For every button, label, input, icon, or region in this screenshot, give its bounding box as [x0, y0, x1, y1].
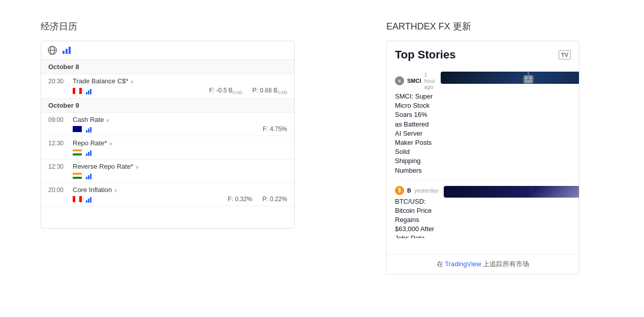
event-time: 12:30: [48, 140, 69, 147]
event-time: 20:00: [48, 186, 69, 194]
calendar-header: [41, 41, 294, 60]
event-cash-rate: 09:00 Cash Rate ∨: [41, 113, 294, 136]
event-trade-balance: 20:30 Trade Balance C$* ∨: [41, 74, 294, 99]
bar-icon-small: [86, 172, 91, 179]
date-header-oct8: October 8: [41, 60, 294, 74]
chevron-icon[interactable]: ∨: [130, 79, 134, 84]
news-thumbnail-btc: ₿: [444, 186, 579, 198]
news-source-row: ₿ B yesterday: [395, 186, 439, 195]
thumb-icon: 🤖: [522, 72, 535, 84]
chevron-icon[interactable]: ∨: [135, 164, 139, 170]
bar-icon-small: [86, 87, 91, 94]
news-time: 1 hour ago: [424, 72, 436, 90]
svg-rect-3: [63, 51, 65, 54]
fx-widget-title: Top Stories: [395, 48, 455, 61]
fx-widget: Top Stories TV S SMCI 1 hour ago SMCI: S…: [386, 41, 579, 274]
event-reverse-repo-rate: 12:30 Reverse Repo Rate* ∨: [41, 160, 294, 183]
news-list: S SMCI 1 hour ago SMCI: Super Micro Stoc…: [387, 67, 579, 238]
flag-in: [73, 173, 82, 179]
flag-au: [73, 126, 82, 132]
chevron-icon[interactable]: ∨: [114, 187, 117, 193]
event-time: 12:30: [48, 163, 69, 170]
previous-value: P: 0.22%: [262, 196, 287, 203]
event-repo-rate: 12:30 Repo Rate* ∨: [41, 136, 294, 160]
news-thumbnail-smci: 🤖: [441, 72, 579, 84]
tradingview-link[interactable]: TradingView: [445, 260, 481, 268]
news-meta: S SMCI 1 hour ago SMCI: Super Micro Stoc…: [395, 72, 436, 175]
economic-calendar-section: 经济日历: [41, 20, 295, 274]
event-time: 20:30: [48, 78, 69, 85]
previous-value: P: 0.68 BCAD: [253, 87, 287, 95]
news-source: B: [407, 187, 411, 194]
bar-icon-small: [86, 149, 91, 156]
event-name: Trade Balance C$* ∨: [73, 77, 287, 85]
event-core-inflation: 20:00 Core Inflation ∨: [41, 183, 294, 206]
tradingview-logo: TV: [559, 50, 571, 59]
event-name: Repo Rate* ∨: [73, 139, 287, 147]
news-item-btc[interactable]: ₿ B yesterday BTC/USD: Bitcoin Price Reg…: [395, 181, 571, 238]
chevron-icon[interactable]: ∨: [109, 141, 112, 146]
event-name: Core Inflation ∨: [73, 186, 287, 194]
forecast-value: F: 4.75%: [263, 125, 287, 133]
bar-icon-small: [86, 196, 91, 203]
fx-title: EARTHDEX FX 更新: [386, 20, 579, 33]
svg-rect-5: [69, 47, 71, 54]
event-name: Reverse Repo Rate* ∨: [73, 163, 287, 170]
calendar-widget: October 8 20:30 Trade Balance C$* ∨: [41, 41, 295, 229]
news-source: SMCI: [407, 78, 421, 84]
date-header-oct9: October 9: [41, 99, 294, 113]
flag-ca: [73, 196, 82, 202]
event-time: 09:00: [48, 116, 69, 123]
smci-badge: S: [395, 76, 404, 85]
forecast-value: F: 0.32%: [228, 196, 252, 203]
fx-news-section: EARTHDEX FX 更新 Top Stories TV S SMCI 1 h…: [386, 20, 579, 274]
bar-chart-icon[interactable]: [62, 45, 72, 55]
news-item-smci[interactable]: S SMCI 1 hour ago SMCI: Super Micro Stoc…: [395, 67, 571, 181]
globe-icon[interactable]: [47, 45, 57, 55]
footer-prefix: 在: [437, 260, 445, 268]
footer-suffix: 上追踪所有市场: [481, 260, 530, 268]
chevron-icon[interactable]: ∨: [106, 117, 109, 123]
news-meta: ₿ B yesterday BTC/USD: Bitcoin Price Reg…: [395, 186, 439, 238]
fx-footer: 在 TradingView 上追踪所有市场: [387, 254, 579, 274]
fx-header: Top Stories TV: [387, 41, 579, 67]
bar-icon-small: [86, 125, 91, 133]
event-name: Cash Rate ∨: [73, 116, 287, 123]
news-source-row: S SMCI 1 hour ago: [395, 72, 436, 90]
forecast-value: F: -0.5 BCAD: [209, 87, 242, 95]
calendar-body: October 8 20:30 Trade Balance C$* ∨: [41, 60, 294, 226]
calendar-title: 经济日历: [41, 20, 295, 33]
btc-badge: ₿: [395, 186, 404, 195]
news-time: yesterday: [414, 187, 439, 194]
news-headline: SMCI: Super Micro Stock Soars 16% as Bat…: [395, 92, 436, 175]
news-headline: BTC/USD: Bitcoin Price Regains $63,000 A…: [395, 197, 439, 238]
flag-in: [73, 149, 82, 155]
thumb-icon: ₿: [529, 186, 534, 198]
svg-rect-4: [66, 49, 68, 54]
flag-ca: [73, 88, 82, 94]
